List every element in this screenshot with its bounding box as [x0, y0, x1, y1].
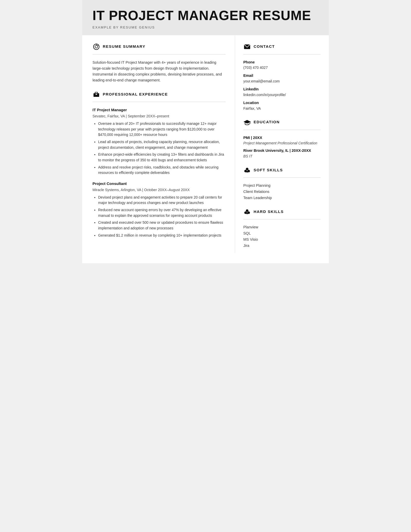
soft-skill-3: Team Leadership	[243, 195, 321, 201]
summary-text: Solution-focused IT Project Manager with…	[92, 60, 226, 83]
resume-page: IT PROJECT MANAGER RESUME EXAMPLE BY RES…	[82, 0, 329, 263]
job-bullets-1: Oversee a team of 20+ IT professionals t…	[92, 121, 226, 176]
contact-location-value: Fairfax, VA	[243, 106, 321, 111]
job-title-1: IT Project Manager	[92, 107, 226, 113]
hard-skills-section: HARD SKILLS Planview SQL MS Visio Jira	[243, 208, 321, 248]
contact-email-label: Email	[243, 73, 321, 79]
svg-line-3	[98, 45, 98, 45]
hard-skill-3: MS Visio	[243, 237, 321, 242]
bullet-1-2: Lead all aspects of projects, including …	[98, 139, 226, 150]
edu-degree-1: Project Management Professional Certific…	[243, 141, 321, 146]
education-section: EDUCATION PMI | 20XX Project Management …	[243, 118, 321, 159]
hard-skills-header: HARD SKILLS	[243, 208, 321, 216]
education-header: EDUCATION	[243, 118, 321, 126]
right-column: CONTACT Phone (703) 470 4027 Email your.…	[235, 35, 329, 264]
bullet-2-1: Devised project plans and engagement act…	[98, 195, 226, 206]
svg-point-14	[246, 209, 248, 212]
summary-title: RESUME SUMMARY	[103, 44, 145, 50]
contact-title: CONTACT	[254, 44, 275, 50]
contact-email-value: your.email@email.com	[243, 79, 321, 84]
left-column: RESUME SUMMARY Solution-focused IT Proje…	[82, 35, 235, 253]
experience-icon	[92, 90, 100, 98]
svg-point-11	[244, 170, 247, 172]
bullet-1-3: Enhance project-wide efficiencies by cre…	[98, 152, 226, 163]
experience-title: PROFESSIONAL EXPERIENCE	[103, 91, 168, 97]
bullet-2-4: Generated $1.2 million in revenue by com…	[98, 233, 226, 238]
svg-point-16	[247, 211, 250, 214]
contact-icon	[243, 43, 251, 51]
svg-point-15	[244, 211, 247, 214]
bullet-2-2: Reduced new account opening errors by ov…	[98, 207, 226, 218]
edu-institution-1: PMI | 20XX	[243, 135, 321, 141]
job-meta-2: Miracle Systems, Arlington, VA | October…	[92, 187, 226, 193]
contact-header: CONTACT	[243, 43, 321, 51]
bullet-1-1: Oversee a team of 20+ IT professionals t…	[98, 121, 226, 138]
soft-skills-divider	[243, 178, 321, 178]
svg-point-12	[247, 170, 250, 172]
hard-skill-4: Jira	[243, 243, 321, 249]
svg-marker-8	[244, 120, 251, 124]
job-block-2: Project Consultant Miracle Systems, Arli…	[92, 181, 226, 238]
summary-divider	[92, 54, 226, 54]
bullet-1-4: Address and resolve project risks, roadb…	[98, 165, 226, 176]
experience-divider	[92, 102, 226, 102]
soft-skills-section: SOFT SKILLS Project Planning Client Rela…	[243, 166, 321, 201]
soft-skill-2: Client Relations	[243, 189, 321, 195]
soft-skills-header: SOFT SKILLS	[243, 166, 321, 174]
hard-skills-divider	[243, 219, 321, 219]
hard-skills-icon	[243, 208, 251, 216]
svg-rect-17	[247, 212, 248, 214]
contact-linkedin-label: LinkedIn	[243, 87, 321, 92]
hard-skill-2: SQL	[243, 231, 321, 236]
contact-location-label: Location	[243, 100, 321, 106]
experience-section: PROFESSIONAL EXPERIENCE IT Project Manag…	[92, 90, 226, 238]
soft-skills-title: SOFT SKILLS	[254, 167, 283, 173]
experience-header: PROFESSIONAL EXPERIENCE	[92, 90, 226, 98]
bullet-2-3: Created and executed over 500 new or upd…	[98, 220, 226, 231]
contact-phone-label: Phone	[243, 60, 321, 65]
soft-skill-1: Project Planning	[243, 183, 321, 189]
svg-point-1	[95, 45, 98, 48]
summary-section: RESUME SUMMARY Solution-focused IT Proje…	[92, 43, 226, 83]
contact-phone-value: (703) 470 4027	[243, 65, 321, 70]
main-layout: RESUME SUMMARY Solution-focused IT Proje…	[82, 35, 329, 264]
contact-section: CONTACT Phone (703) 470 4027 Email your.…	[243, 43, 321, 111]
contact-linkedin-value: linkedin.com/in/yourprofile/	[243, 92, 321, 98]
edu-institution-2: River Brook University, IL | 20XX-20XX	[243, 148, 321, 154]
hard-skills-title: HARD SKILLS	[254, 209, 284, 215]
svg-rect-13	[247, 171, 248, 173]
svg-point-10	[246, 168, 248, 170]
edu-degree-2: BS IT	[243, 154, 321, 159]
job-title-2: Project Consultant	[92, 181, 226, 187]
summary-header: RESUME SUMMARY	[92, 43, 226, 51]
resume-header: IT PROJECT MANAGER RESUME EXAMPLE BY RES…	[82, 0, 329, 35]
job-meta-1: Sevatec, Fairfax, VA | September 20XX–pr…	[92, 114, 226, 119]
job-block-1: IT Project Manager Sevatec, Fairfax, VA …	[92, 107, 226, 176]
soft-skills-icon	[243, 166, 251, 174]
education-divider	[243, 130, 321, 130]
svg-rect-6	[96, 94, 97, 95]
contact-divider	[243, 54, 321, 54]
education-icon	[243, 118, 251, 126]
svg-rect-5	[95, 92, 98, 94]
resume-subtitle: EXAMPLE BY RESUME GENIUS	[92, 25, 319, 30]
hard-skill-1: Planview	[243, 225, 321, 230]
svg-rect-4	[94, 93, 99, 97]
education-title: EDUCATION	[254, 119, 280, 125]
job-bullets-2: Devised project plans and engagement act…	[92, 195, 226, 238]
summary-icon	[92, 43, 100, 51]
resume-title: IT PROJECT MANAGER RESUME	[92, 8, 319, 23]
